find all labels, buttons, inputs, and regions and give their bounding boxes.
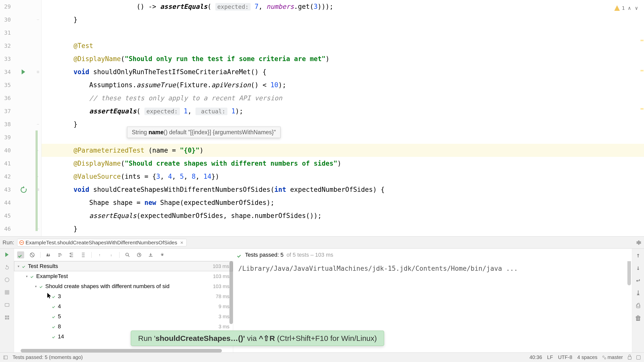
code-text xyxy=(227,107,231,115)
toggle-auto-test-button[interactable] xyxy=(4,276,11,283)
fold-end-icon[interactable]: ─ xyxy=(36,122,40,126)
toast-text: (Ctrl+Shift+F10 for Win/Linux) xyxy=(275,334,377,342)
chevron-down-icon[interactable]: ▾ xyxy=(34,284,38,288)
code-editor[interactable]: 1 ∧ ∨ () -> assertEquals( expected: 7, n… xyxy=(42,0,644,236)
results-toolbar: ↑ ↓ xyxy=(14,249,233,261)
fold-start-icon[interactable]: ⊟ xyxy=(36,70,40,74)
memory-indicator-icon[interactable] xyxy=(636,355,640,359)
tree-label: 14 xyxy=(58,333,64,340)
line-separator[interactable]: LF xyxy=(547,354,553,360)
indent-widget[interactable]: 4 spaces xyxy=(577,354,597,360)
code-text: .get( xyxy=(294,3,314,10)
code-text: assertEquals xyxy=(160,3,208,10)
fold-toggle-icon[interactable]: ◦ xyxy=(36,175,40,178)
lock-icon[interactable] xyxy=(628,356,631,359)
code-text: } xyxy=(42,120,77,128)
tree-label: ExampleTest xyxy=(36,273,68,280)
pass-icon xyxy=(52,325,56,328)
print-icon[interactable]: ⎙ xyxy=(635,302,642,309)
test-runner-settings-icon[interactable] xyxy=(159,251,166,258)
code-text: , xyxy=(172,173,180,180)
junit-icon xyxy=(19,240,24,245)
code-text xyxy=(42,186,73,193)
fold-end-icon[interactable]: ─ xyxy=(36,18,40,21)
duration: 3 ms xyxy=(219,324,229,330)
fold-start-icon[interactable]: ⊟ xyxy=(36,188,40,191)
code-text: shouldOnlyRunTheTestIfSomeCriteriaAreMet… xyxy=(89,68,266,76)
rerun-test-gutter-icon[interactable] xyxy=(21,187,26,192)
parameter-hint: actual: xyxy=(195,108,227,115)
run-test-gutter-icon[interactable] xyxy=(21,69,26,75)
run-tool-window-header: Run: ExampleTest.shouldCreateShapesWithD… xyxy=(0,236,644,248)
rerun-button[interactable] xyxy=(4,264,11,271)
svg-line-3 xyxy=(31,253,34,256)
code-text: ( xyxy=(121,55,125,63)
code-text: ( xyxy=(207,3,215,10)
code-text xyxy=(251,3,255,10)
tree-horizontal-scrollbar[interactable] xyxy=(21,349,222,352)
layout-button[interactable] xyxy=(4,314,11,321)
clear-all-icon[interactable]: 🗑 xyxy=(635,314,642,322)
code-text: , xyxy=(259,3,266,10)
tree-param[interactable]: 53 ms xyxy=(14,311,233,322)
dump-threads-button[interactable] xyxy=(4,301,11,308)
show-tool-windows-icon[interactable] xyxy=(4,356,8,359)
settings-icon[interactable] xyxy=(635,239,641,246)
toast-shortcut: ^⇧R xyxy=(259,334,275,342)
run-config-tab[interactable]: ExampleTest.shouldCreateShapesWithDiffer… xyxy=(17,239,186,246)
import-tests-button[interactable] xyxy=(124,251,131,258)
tree-vertical-scrollbar[interactable] xyxy=(229,261,233,324)
code-text: 14 xyxy=(204,173,211,180)
close-tab-icon[interactable]: × xyxy=(180,240,183,246)
show-ignored-toggle[interactable] xyxy=(29,251,36,258)
status-text: Tests passed: 5 xyxy=(245,252,284,258)
expand-all-button[interactable] xyxy=(68,251,75,258)
tree-param[interactable]: 49 ms xyxy=(14,301,233,311)
duration: 103 ms xyxy=(213,284,229,289)
export-tests-button[interactable] xyxy=(147,251,154,258)
stop-button[interactable] xyxy=(4,289,11,296)
tree-test[interactable]: ▾ Should create shapes with different nu… xyxy=(14,281,233,291)
line-number: 45 xyxy=(0,213,14,219)
scroll-down-icon[interactable]: ↓ xyxy=(635,264,642,271)
code-text: 4 xyxy=(168,173,172,180)
pass-icon xyxy=(237,253,242,257)
sort-duration-button[interactable] xyxy=(57,251,64,258)
fold-toggle-icon[interactable]: ◦ xyxy=(36,149,40,152)
code-text: Shape shape = xyxy=(42,199,144,206)
code-text xyxy=(42,212,89,219)
prev-failed-button[interactable]: ↑ xyxy=(96,251,103,258)
test-history-button[interactable] xyxy=(136,251,143,258)
run-button[interactable] xyxy=(4,251,11,258)
code-text: new xyxy=(144,199,156,206)
next-failed-button[interactable]: ↓ xyxy=(108,251,115,258)
tree-class[interactable]: ▾ ExampleTest 103 ms xyxy=(14,271,233,281)
tree-param[interactable]: 83 ms xyxy=(14,322,233,332)
git-branch-widget[interactable]: master xyxy=(602,354,623,360)
code-text: ))); xyxy=(318,3,334,10)
code-text: ( xyxy=(137,107,144,115)
code-text: (Fixture. xyxy=(176,81,211,89)
code-text: 3 xyxy=(156,173,160,180)
soft-wrap-icon[interactable]: ↩ xyxy=(635,277,642,284)
code-text: 8 xyxy=(192,173,196,180)
tree-root[interactable]: ▾ Test Results 103 ms xyxy=(14,261,233,271)
fold-end-icon[interactable]: ─ xyxy=(36,227,40,231)
scroll-up-icon[interactable]: ↑ xyxy=(635,252,642,259)
chevron-down-icon[interactable]: ▾ xyxy=(25,274,29,278)
tree-label: Test Results xyxy=(28,263,58,269)
show-passed-toggle[interactable] xyxy=(17,251,24,258)
scroll-to-end-icon[interactable]: ⤓ xyxy=(635,289,642,296)
line-number: 44 xyxy=(0,200,14,206)
collapse-all-button[interactable] xyxy=(80,251,87,258)
sort-alpha-button[interactable] xyxy=(45,251,52,258)
tree-label: 3 xyxy=(58,293,61,300)
line-number: 32 xyxy=(0,43,14,49)
caret-position[interactable]: 40:36 xyxy=(530,354,542,360)
chevron-down-icon[interactable]: ▾ xyxy=(16,264,20,268)
duration: 78 ms xyxy=(216,294,229,299)
code-text xyxy=(42,68,73,76)
line-number: 30 xyxy=(0,17,14,23)
code-text: Assumptions. xyxy=(42,81,137,89)
file-encoding[interactable]: UTF-8 xyxy=(558,354,572,360)
